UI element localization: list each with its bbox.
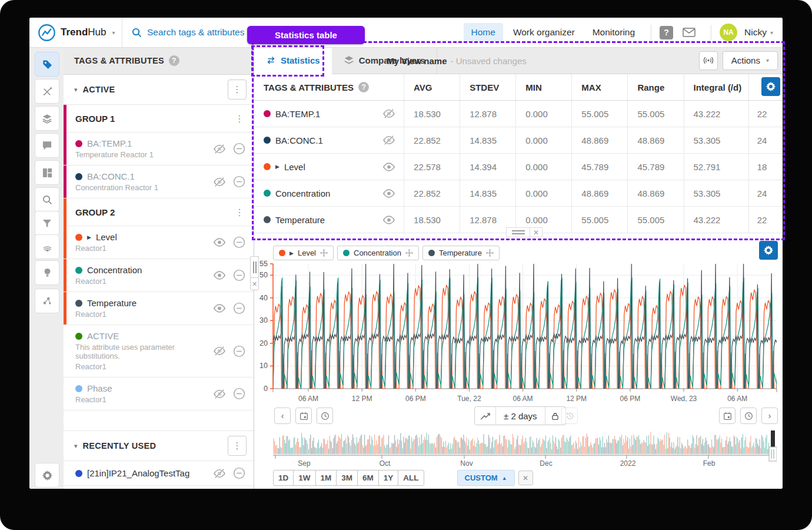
splitter-close-icon[interactable]: ✕ xyxy=(250,277,259,290)
visibility-on-icon[interactable] xyxy=(213,304,226,313)
help-icon[interactable]: ? xyxy=(358,82,369,92)
help-icon[interactable]: ? xyxy=(169,55,179,66)
rail-context-button[interactable] xyxy=(35,289,59,313)
range-button-1m[interactable]: 1M xyxy=(315,470,337,486)
end-date-calendar-button[interactable] xyxy=(719,408,736,424)
kebab-menu-button[interactable]: ⋮ xyxy=(228,436,247,456)
group-header[interactable]: GROUP 1⋮ xyxy=(64,105,254,132)
visibility-on-icon[interactable] xyxy=(213,238,226,247)
tag-item[interactable]: ACTIVEThis attribute uses parameter subs… xyxy=(64,325,254,377)
actions-button[interactable]: Actions ▾ xyxy=(723,51,778,70)
splitter-drag-handle[interactable] xyxy=(250,256,259,277)
app-logo[interactable]: TrendHub ▾ xyxy=(29,18,122,47)
tag-item[interactable]: BA:CONC.1Concentration Reactor 1 xyxy=(64,165,254,198)
rail-comments-button[interactable] xyxy=(35,133,59,158)
range-button-1y[interactable]: 1Y xyxy=(378,470,399,486)
visibility-off-icon[interactable] xyxy=(213,469,226,478)
tag-item[interactable]: ▶LevelReactor1 xyxy=(64,226,254,259)
clear-custom-range-icon[interactable]: ✕ xyxy=(518,471,533,485)
splitter-close-icon[interactable]: ✕ xyxy=(530,227,543,237)
tag-item[interactable]: [21in]IP21_AnalogTestTag xyxy=(64,461,254,486)
visibility-off-icon[interactable] xyxy=(382,135,404,145)
chevron-down-icon[interactable]: ▾ xyxy=(74,442,78,450)
visibility-on-icon[interactable] xyxy=(213,271,226,280)
expand-caret-icon[interactable]: ▶ xyxy=(289,250,294,256)
rail-settings-button[interactable] xyxy=(35,463,59,488)
rail-tags-button[interactable] xyxy=(35,52,59,77)
remove-tag-icon[interactable] xyxy=(233,236,245,249)
legend-chip[interactable]: ▶Level xyxy=(273,246,334,260)
expand-caret-icon[interactable]: ▶ xyxy=(275,164,279,170)
remove-tag-icon[interactable] xyxy=(233,345,245,357)
start-time-clock-button[interactable] xyxy=(317,408,333,424)
rail-recommendations-button[interactable] xyxy=(35,260,59,285)
visibility-off-icon[interactable] xyxy=(213,389,226,399)
overview-timeline-strip[interactable]: SepOctNovDec2022Feb xyxy=(273,430,777,468)
visibility-on-icon[interactable] xyxy=(382,189,404,198)
range-button-1d[interactable]: 1D xyxy=(273,470,294,486)
broadcast-button[interactable] xyxy=(699,51,718,70)
avatar[interactable]: NA xyxy=(720,24,737,41)
custom-range-button[interactable]: CUSTOM ▲ xyxy=(457,470,515,486)
tab-statistics[interactable]: Statistics xyxy=(254,47,332,74)
start-date-calendar-button[interactable] xyxy=(295,408,312,424)
chevron-down-icon[interactable]: ▾ xyxy=(74,86,78,94)
chevron-down-icon[interactable]: ▾ xyxy=(112,29,115,36)
visibility-on-icon[interactable] xyxy=(382,163,404,171)
tag-item[interactable]: BA:TEMP.1Temperature Reactor 1 xyxy=(64,132,254,165)
group-header[interactable]: GROUP 2⋮ xyxy=(64,198,254,226)
nav-home[interactable]: Home xyxy=(464,23,503,42)
remove-tag-icon[interactable] xyxy=(233,387,245,400)
tag-item[interactable]: PhaseReactor1 xyxy=(64,377,254,410)
rail-scatter-plot-button[interactable] xyxy=(35,79,59,104)
history-button[interactable] xyxy=(561,408,578,424)
move-handle-icon[interactable] xyxy=(405,249,413,257)
trend-chart-canvas[interactable]: 010203040505506 AM12 PM06 PMTue, 2206 AM… xyxy=(254,257,783,404)
range-button-1w[interactable]: 1W xyxy=(293,470,315,486)
pan-right-button[interactable]: › xyxy=(761,408,778,424)
legend-chip[interactable]: Temperature xyxy=(422,246,500,260)
visibility-off-icon[interactable] xyxy=(382,109,404,118)
rail-dashboard-button[interactable] xyxy=(35,160,59,185)
visibility-off-icon[interactable] xyxy=(213,177,226,187)
tag-item[interactable]: TemperatureReactor1 xyxy=(64,292,254,325)
rail-search-button[interactable] xyxy=(35,187,59,212)
chart-settings-button[interactable] xyxy=(759,241,778,260)
tab-compare-layers[interactable]: Compare layers xyxy=(332,47,438,74)
move-handle-icon[interactable] xyxy=(320,249,328,257)
expand-caret-icon[interactable]: ▶ xyxy=(87,234,91,240)
remove-tag-icon[interactable] xyxy=(233,175,245,188)
chevron-down-icon[interactable]: ▾ xyxy=(770,29,773,36)
rail-layers-button[interactable] xyxy=(35,106,59,131)
end-time-clock-button[interactable] xyxy=(740,408,757,424)
remove-tag-icon[interactable] xyxy=(233,269,245,281)
compare-trends-icon[interactable] xyxy=(475,407,496,425)
kebab-menu-button[interactable]: ⋮ xyxy=(228,80,247,100)
move-handle-icon[interactable] xyxy=(486,249,494,257)
table-settings-button[interactable] xyxy=(761,77,780,96)
nav-monitoring[interactable]: Monitoring xyxy=(585,23,643,42)
kebab-menu-icon[interactable]: ⋮ xyxy=(235,113,244,124)
kebab-menu-icon[interactable]: ⋮ xyxy=(235,207,244,218)
visibility-off-icon[interactable] xyxy=(213,346,226,356)
remove-tag-icon[interactable] xyxy=(233,302,245,314)
rail-fingerprint-button[interactable] xyxy=(35,234,59,259)
time-span-label[interactable]: ± 2 days xyxy=(496,407,545,425)
rail-filter-button[interactable] xyxy=(35,211,59,236)
mail-icon[interactable] xyxy=(683,28,695,37)
visibility-off-icon[interactable] xyxy=(213,144,226,154)
help-icon[interactable]: ? xyxy=(660,26,673,39)
user-name[interactable]: Nicky xyxy=(744,27,767,38)
remove-tag-icon[interactable] xyxy=(233,467,245,479)
remove-tag-icon[interactable] xyxy=(233,143,245,155)
range-button-3m[interactable]: 3M xyxy=(336,470,358,486)
range-button-all[interactable]: ALL xyxy=(398,470,424,486)
legend-chip[interactable]: Concentration xyxy=(337,246,419,260)
tag-item[interactable]: ConcentrationReactor1 xyxy=(64,259,254,292)
pan-left-button[interactable]: ‹ xyxy=(274,408,291,424)
visibility-on-icon[interactable] xyxy=(382,216,404,224)
range-button-6m[interactable]: 6M xyxy=(357,470,379,486)
splitter-drag-handle[interactable] xyxy=(506,227,530,237)
nav-work-organizer[interactable]: Work organizer xyxy=(505,23,583,42)
search-input[interactable]: Search tags & attributes xyxy=(122,27,244,38)
